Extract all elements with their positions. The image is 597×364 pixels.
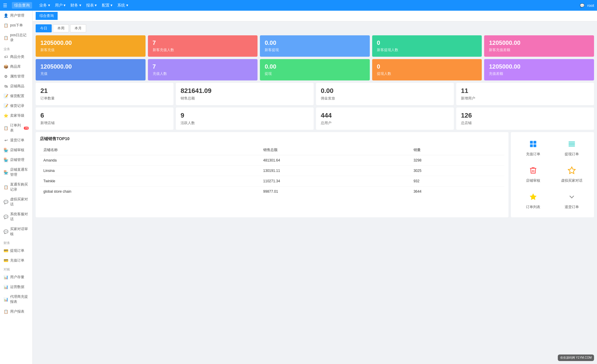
order-badge: 70 (24, 126, 29, 130)
filter-today[interactable]: 今日 (36, 24, 52, 32)
sidebar-section-yewu: 业务 (0, 45, 32, 52)
sidebar-item-store-mgmt[interactable]: 🏪 店铺管理 (0, 155, 32, 165)
store-sales-0: 481301.64 (260, 155, 410, 166)
sidebar-item-sys-service[interactable]: 💬 系统客服对话 (0, 209, 32, 220)
sidebar-label-train-purchase: 直通车购买记录 (10, 182, 29, 192)
nav-item-caiwu[interactable]: 财务 ▾ (70, 3, 81, 8)
sidebar-item-store-products[interactable]: 🛍 店铺商品 (0, 81, 32, 91)
sidebar-item-virtual-buyer[interactable]: 💬 虚拟买家对话 (0, 194, 32, 209)
stat-new-withdraw-count-value: 0 (377, 39, 477, 46)
qa-return-order[interactable]: 退货订单 (554, 189, 590, 213)
stat-new-recharge: 1205000.00 新客充值 (36, 35, 146, 57)
sidebar-item-urge-records[interactable]: 📝 催货记录 (0, 101, 32, 111)
col-store-name: 店铺名称 (40, 145, 260, 155)
pos-log-icon: 📋 (4, 36, 8, 40)
stat-recharge-count: 7 充值人数 (148, 59, 258, 80)
svg-rect-0 (530, 141, 533, 144)
sidebar-item-refund-order[interactable]: ↩ 退货订单 (0, 135, 32, 145)
panel-new-users-value: 11 (461, 87, 589, 95)
sidebar-item-train-purchase[interactable]: 📋 直通车购买记录 (0, 180, 32, 194)
sidebar-label-sys-service: 系统客服对话 (10, 212, 29, 220)
sidebar-label-store-review: 店铺审核 (10, 148, 24, 153)
svg-rect-3 (533, 144, 536, 147)
filter-month[interactable]: 本月 (70, 24, 86, 32)
nav-item-xitong[interactable]: 系统 ▾ (117, 3, 128, 8)
panel-total-stores-value: 126 (461, 112, 589, 119)
nav-item-peizhi[interactable]: 配置 ▾ (102, 3, 113, 8)
panel-total-users: 444 总用户 (316, 107, 454, 130)
warehouse-icon: 📦 (4, 64, 8, 69)
panel-order-count-value: 21 (40, 87, 169, 95)
sidebar-item-pos-order[interactable]: 📋 pos下单 (0, 20, 32, 30)
panel-active-users-value: 9 (181, 112, 309, 119)
sidebar-item-product-warehouse[interactable]: 📦 商品库 (0, 62, 32, 72)
panel-new-stores-label: 新增店铺 (40, 121, 169, 126)
panel-total-users-label: 总用户 (321, 121, 449, 126)
chat-icon[interactable]: 💬 (580, 3, 585, 8)
top-stores-title: 店铺销售TOP10 (40, 136, 504, 142)
col-sales-total: 销售总额 (260, 145, 410, 155)
qa-store-review-label: 店铺审核 (526, 178, 540, 183)
sidebar-label-usermgmt: 用户管理 (10, 13, 24, 18)
stat-new-withdraw-count-label: 新客提现人数 (377, 48, 477, 53)
store-sales-3: 99877.01 (260, 186, 410, 197)
stat-withdraw-count: 0 提现人数 (372, 59, 482, 80)
nav-item-baobiao[interactable]: 报表 ▾ (86, 3, 97, 8)
panel-new-stores-value: 6 (40, 112, 169, 119)
user-info: root (587, 3, 594, 8)
sidebar-item-usermgmt[interactable]: 👤 用户管理 (0, 11, 32, 20)
stat-diff: 1205000.00 充值差额 (484, 59, 594, 80)
top-navigation: ☰ 综合查询 业务 ▾ 用户 ▾ 财务 ▾ 报表 ▾ 配置 ▾ 系统 ▾ 💬 r… (0, 0, 597, 11)
col-sales-count: 销量 (410, 145, 504, 155)
qa-recharge-order[interactable]: 充值订单 (515, 136, 551, 160)
sidebar-item-urge-config[interactable]: 📝 催货配置 (0, 91, 32, 101)
sidebar-label-category: 商品分类 (10, 54, 24, 59)
store-review-icon: 🏪 (4, 148, 8, 152)
qa-store-review[interactable]: 店铺审核 (515, 163, 551, 187)
stat-recharge-count-value: 7 (153, 63, 253, 70)
sidebar-item-product-category[interactable]: 🏷 商品分类 (0, 52, 32, 62)
sidebar-item-attributes[interactable]: ⚙ 属性管理 (0, 72, 32, 81)
svg-rect-4 (569, 142, 575, 142)
panel-new-users: 11 新增用户 (456, 83, 594, 105)
qa-order-list-label: 订单列表 (526, 205, 540, 210)
urge-config-icon: 📝 (4, 94, 8, 98)
qa-withdraw-order[interactable]: 提现订单 (554, 136, 590, 160)
sidebar-item-order-list[interactable]: 📋 订单列表 70 (0, 121, 32, 135)
tab-comprehensive-query[interactable]: 综合查询 (36, 12, 58, 20)
sidebar-item-seller-level[interactable]: ⭐ 卖家等级 (0, 111, 32, 121)
stats-row-2: 1205000.00 充值 7 充值人数 0.00 提现 0 提现人数 1205… (36, 59, 594, 80)
sidebar-item-direct-train[interactable]: 🏪 店铺直通车管理 (0, 165, 32, 180)
stat-diff-label: 充值差额 (489, 71, 589, 76)
qa-return-label: 退货订单 (565, 205, 579, 210)
store-name-1: Linsina (40, 166, 260, 176)
store-name-2: Twinkle (40, 176, 260, 186)
store-mgmt-icon: 🏪 (4, 158, 8, 162)
top-stores-card: 店铺销售TOP10 店铺名称 销售总额 销量 Amanda 481301.64 (36, 132, 508, 217)
filter-week[interactable]: 本周 (53, 24, 69, 32)
sidebar-label-warehouse: 商品库 (10, 64, 21, 69)
stat-new-recharge-label: 新客充值 (40, 48, 141, 53)
sidebar-label-urge-records: 催货记录 (10, 103, 24, 108)
store-name-3: global store chain (40, 186, 260, 197)
sidebar-label-direct-train: 店铺直通车管理 (10, 167, 29, 177)
brand-logo: 综合查询 (12, 2, 32, 9)
qa-order-list[interactable]: 订单列表 (515, 189, 551, 213)
sidebar-item-store-review[interactable]: 🏪 店铺审核 (0, 145, 32, 155)
nav-item-yewu[interactable]: 业务 ▾ (39, 3, 50, 8)
nav-item-yonghu[interactable]: 用户 ▾ (55, 3, 66, 8)
stat-new-withdraw: 0.00 新客提现 (260, 35, 370, 57)
stat-withdraw-count-value: 0 (377, 63, 477, 70)
sidebar-label-pos-log: pos日志记录 (10, 33, 29, 43)
panel-active-users: 9 活跃人数 (176, 107, 314, 130)
stat-withdraw: 0.00 提现 (260, 59, 370, 80)
qa-virtual-buyer[interactable]: 虚拟买家对话 (554, 163, 590, 187)
menu-icon[interactable]: ☰ (3, 3, 7, 8)
sidebar-item-pos-log[interactable]: 📋 pos日志记录 (0, 30, 32, 45)
panel-total-stores: 126 总店铺 (456, 107, 594, 130)
user-icon: 👤 (4, 13, 8, 18)
table-row: global store chain 99877.01 3644 (40, 186, 504, 197)
panel-total-users-value: 444 (321, 112, 449, 119)
sidebar-label-store-mgmt: 店铺管理 (10, 157, 24, 162)
direct-train-icon: 🏪 (4, 170, 8, 175)
